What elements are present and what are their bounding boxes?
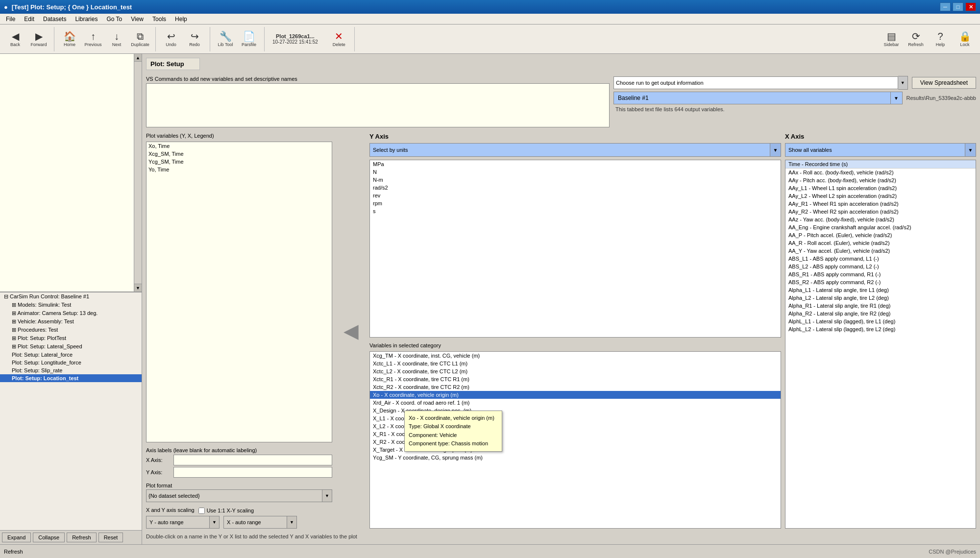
x-var-item[interactable]: ABS_L2 - ABS apply command, L2 (-) [785, 263, 976, 270]
x-var-item[interactable]: AlphL_L1 - Lateral slip (lagged), tire L… [785, 317, 976, 325]
reset-button[interactable]: Reset [98, 533, 123, 542]
units-dropdown[interactable]: Select by units [369, 143, 770, 157]
units-list-item[interactable]: MPa [370, 160, 781, 168]
tree-item[interactable]: ⊞ Plot: Setup: Lateral_Speed [0, 342, 142, 351]
redo-button[interactable]: ↪ Redo [183, 27, 206, 51]
run-dropdown-arrow[interactable]: ▼ [898, 76, 908, 90]
x-var-item[interactable]: AA_Eng - Engine crankshaft angular accel… [785, 223, 976, 231]
menu-edit[interactable]: Edit [20, 15, 38, 24]
x-var-item[interactable]: ABS_R1 - ABS apply command, R1 (-) [785, 270, 976, 278]
x-var-item[interactable]: AA_P - Pitch accel. (Euler), vehicle (ra… [785, 231, 976, 239]
x-var-item[interactable]: Alpha_L2 - Lateral slip angle, tire L2 (… [785, 294, 976, 302]
x-var-item[interactable]: AA_Y - Yaw accel. (Euler), vehicle (rad/… [785, 247, 976, 255]
units-dropdown-arrow[interactable]: ▼ [770, 143, 781, 157]
tree-item[interactable]: Plot: Setup: Longtitude_force [0, 359, 142, 366]
x-var-item[interactable]: Alpha_L1 - Lateral slip angle, tire L1 (… [785, 286, 976, 294]
x-vars-list[interactable]: Time - Recorded time (s)AAx - Roll acc. … [785, 160, 976, 529]
tree-item[interactable]: ⊞ Procedures: Test [0, 326, 142, 334]
x-var-item[interactable]: AA_R - Roll accel. (Euler), vehicle (rad… [785, 239, 976, 247]
menu-file[interactable]: File [2, 15, 19, 24]
run-dropdown[interactable]: Choose run to get output information [613, 76, 898, 89]
refresh-button[interactable]: ⟳ Refresh [905, 27, 927, 51]
sidebar-button[interactable]: ▤ Sidebar [880, 27, 903, 51]
plot-var-item[interactable]: Yo, Time [147, 166, 332, 173]
x-var-item[interactable]: AlphL_L2 - Lateral slip (lagged), tire L… [785, 325, 976, 333]
vs-commands-textarea[interactable] [146, 83, 610, 127]
x-var-first-item[interactable]: Time - Recorded time (s) [785, 160, 976, 169]
x-show-dropdown[interactable]: Show all variables [785, 143, 965, 157]
x-var-item[interactable]: AAz - Yaw acc. (body-fixed), vehicle (ra… [785, 216, 976, 223]
menu-datasets[interactable]: Datasets [39, 15, 70, 24]
plot-variables-listbox[interactable]: Xo, TimeXcg_SM, TimeYcg_SM, TimeYo, Time [146, 142, 332, 442]
x-range-arrow[interactable]: ▼ [287, 516, 297, 529]
units-list-item[interactable]: rad/s2 [370, 184, 781, 192]
tree-item[interactable]: Plot: Setup: Lateral_force [0, 351, 142, 359]
x-var-item[interactable]: AAy_L2 - Wheel L2 spin acceleration (rad… [785, 192, 976, 200]
x-var-item[interactable]: Alpha_R2 - Lateral slip angle, tire R2 (… [785, 310, 976, 317]
category-list-item[interactable]: Xcg_TM - X coordinate, inst. CG, vehicle… [370, 352, 781, 360]
x-var-item[interactable]: Alpha_R1 - Lateral slip angle, tire R1 (… [785, 302, 976, 310]
category-list-item[interactable]: Xrd_Air - X coord. of road aero ref. 1 (… [370, 399, 781, 407]
tree-item[interactable]: ⊟ CarSim Run Control: Baseline #1 [0, 292, 142, 301]
category-list-item[interactable]: Xctc_L2 - X coordinate, tire CTC L2 (m) [370, 367, 781, 375]
previous-button[interactable]: ↑ Previous [82, 27, 104, 51]
units-list-item[interactable]: s [370, 207, 781, 215]
menu-goto[interactable]: Go To [102, 15, 126, 24]
duplicate-button[interactable]: ⧉ Duplicate [129, 27, 151, 51]
help-button[interactable]: ? Help [929, 27, 952, 51]
tree-refresh-button[interactable]: Refresh [67, 533, 97, 542]
left-scrollbar-top[interactable]: ▲ ▼ [134, 54, 142, 291]
home-button[interactable]: 🏠 Home [58, 27, 81, 51]
category-list-item[interactable]: Xctc_L1 - X coordinate, tire CTC L1 (m) [370, 360, 781, 367]
x-show-arrow[interactable]: ▼ [965, 143, 976, 157]
tree-item[interactable]: Plot: Setup: Location_test [0, 374, 142, 382]
y-range-arrow[interactable]: ▼ [210, 516, 220, 529]
x-var-item[interactable]: ABS_L1 - ABS apply command, L1 (-) [785, 255, 976, 263]
menu-libraries[interactable]: Libraries [71, 15, 101, 24]
tree-item[interactable]: ⊞ Plot: Setup: PlotTest [0, 334, 142, 342]
collapse-button[interactable]: Collapse [33, 533, 65, 542]
forward-button[interactable]: ▶ Forward [27, 27, 50, 51]
category-list-item[interactable]: Xctc_R1 - X coordinate, tire CTC R1 (m) [370, 375, 781, 383]
plot-format-arrow[interactable]: ▼ [322, 489, 332, 502]
x-axis-input[interactable] [173, 455, 332, 465]
next-button[interactable]: ↓ Next [105, 27, 128, 51]
x-var-item[interactable]: AAy_R1 - Wheel R1 spin acceleration (rad… [785, 200, 976, 208]
units-list-item[interactable]: rpm [370, 199, 781, 207]
scaling-checkbox[interactable] [198, 508, 205, 514]
x-var-item[interactable]: AAy_L1 - Wheel L1 spin acceleration (rad… [785, 184, 976, 192]
category-list-item[interactable]: Ycg_SM - Y coordinate, CG, sprung mass (… [370, 454, 781, 461]
menu-help[interactable]: Help [171, 15, 191, 24]
category-list-item[interactable]: Xctc_R2 - X coordinate, tire CTC R2 (m) [370, 383, 781, 391]
units-list-item[interactable]: N-m [370, 176, 781, 184]
y-axis-input[interactable] [173, 467, 332, 478]
maximize-btn[interactable]: □ [953, 2, 963, 11]
undo-button[interactable]: ↩ Undo [160, 27, 182, 51]
plot-var-item[interactable]: Xo, Time [147, 142, 332, 150]
plot-var-item[interactable]: Xcg_SM, Time [147, 150, 332, 158]
parsfile-button[interactable]: 📄 Parsfile [238, 27, 260, 51]
x-var-item[interactable]: AAy_R2 - Wheel R2 spin acceleration (rad… [785, 208, 976, 216]
minimize-btn[interactable]: ─ [940, 2, 951, 11]
expand-button[interactable]: Expand [2, 533, 31, 542]
units-list-item[interactable]: rev [370, 192, 781, 199]
units-list-item[interactable]: N [370, 168, 781, 176]
tree-item[interactable]: Plot: Setup: Slip_rate [0, 366, 142, 374]
baseline-dropdown[interactable]: Baseline #1 [613, 92, 891, 104]
baseline-arrow[interactable]: ▼ [891, 92, 903, 104]
y-range-dropdown[interactable]: Y - auto range [146, 516, 210, 529]
x-var-item[interactable]: AAy - Pitch acc. (body-fixed), vehicle (… [785, 176, 976, 184]
lock-button[interactable]: 🔒 Lock [954, 27, 976, 51]
x-var-item[interactable]: ABS_R2 - ABS apply command, R2 (-) [785, 278, 976, 286]
libtool-button[interactable]: 🔧 Lib Tool [214, 27, 237, 51]
units-list[interactable]: MPaNN-mrad/s2revrpms [369, 160, 781, 338]
view-spreadsheet-button[interactable]: View Spreadsheet [912, 77, 976, 89]
x-var-item[interactable]: AAx - Roll acc. (body-fixed), vehicle (r… [785, 169, 976, 176]
menu-tools[interactable]: Tools [148, 15, 170, 24]
tree-item[interactable]: ⊞ Animator: Camera Setup: 13 deg. [0, 309, 142, 317]
close-btn[interactable]: ✕ [965, 2, 976, 11]
plot-format-dropdown[interactable]: {No dataset selected} [146, 489, 322, 502]
back-button[interactable]: ◀ Back [4, 27, 26, 51]
category-list-item[interactable]: Xo - X coordinate, vehicle origin (m) [370, 391, 781, 399]
plot-var-item[interactable]: Ycg_SM, Time [147, 158, 332, 166]
